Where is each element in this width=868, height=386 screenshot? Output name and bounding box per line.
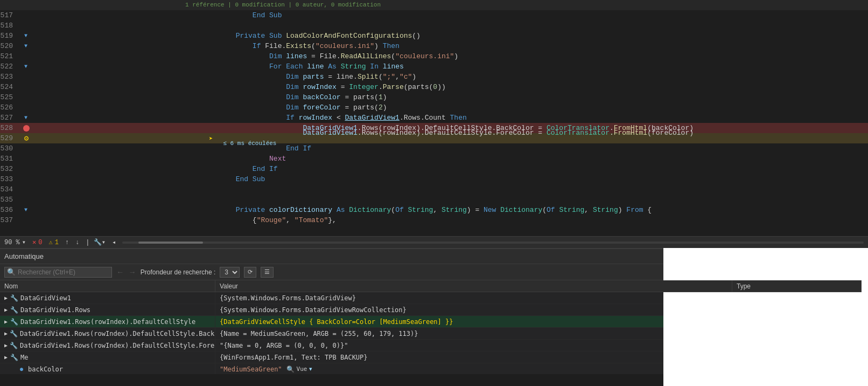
row-name: ▶ 🔧 DataGridView1.Rows(rowIndex).Default… <box>0 340 215 351</box>
down-arrow-btn[interactable]: ↓ <box>75 239 79 246</box>
row-name: ▶ 🔧 DataGridView1.Rows(rowIndex).Default… <box>0 328 215 340</box>
row-name: ● backColor <box>0 363 215 375</box>
table-header: Nom Valeur Type <box>0 280 862 292</box>
panel-title: Automatique <box>4 252 44 260</box>
row-value: {System.Windows.Forms.DataGridViewRowCol… <box>215 304 732 316</box>
wrench-icon: 🔧 <box>10 318 18 326</box>
search-icon: 🔍 <box>7 268 16 277</box>
expand-icon[interactable]: ▶ <box>4 307 8 313</box>
wrench-icon: 🔧 <box>10 294 18 302</box>
code-container: 1 référence | 0 modification | 0 auteur,… <box>0 0 868 236</box>
status-bar: 90 % ▾ ✕ 0 ⚠ 1 ↑ ↓ | 🔧▾ ◂ <box>0 236 868 248</box>
wrench-icon: 🔧 <box>10 329 18 338</box>
expand-icon[interactable]: ▶ <box>4 342 8 348</box>
nav-back-button[interactable]: ← <box>116 268 124 277</box>
filter-btn[interactable]: | 🔧▾ <box>86 238 106 246</box>
depth-select[interactable]: 3 <box>220 267 240 278</box>
row-name: ▶ 🔧 DataGridView1.Rows(rowIndex).Default… <box>0 316 215 328</box>
row-name: ▶ 🔧 DataGridView1 <box>0 292 215 304</box>
nav-btn[interactable]: ◂ <box>112 238 116 246</box>
editor-area: 1 référence | 0 modification | 0 auteur,… <box>0 0 868 248</box>
magnifier-button[interactable]: 🔍 <box>286 366 295 373</box>
table-row: 517 End Sub <box>0 10 868 20</box>
nav-forward-button[interactable]: → <box>128 268 136 277</box>
circle-icon: ● <box>17 365 26 374</box>
table-row: 537 {"Rouge", "Tomato"}, <box>0 215 868 225</box>
table-row: 534 <box>0 184 868 195</box>
vue-label: Vue <box>297 366 307 373</box>
wrench-icon: 🔧 <box>10 341 18 350</box>
scrollbar-track[interactable] <box>122 242 864 244</box>
col-header-type: Type <box>732 280 862 292</box>
col-header-name: Nom <box>0 280 215 292</box>
settings-button[interactable]: ☰ <box>261 267 274 278</box>
up-arrow-btn[interactable]: ↑ <box>65 239 69 246</box>
breakpoint-indicator[interactable] <box>23 125 30 132</box>
search-box[interactable]: 🔍 <box>4 267 112 278</box>
depth-label: Profondeur de recherche : <box>141 268 215 276</box>
table-row: 533 End Sub <box>0 174 868 184</box>
row-value: {Name = MediumSeaGreen, ARGB = (255, 60,… <box>215 328 732 340</box>
row-value: {WinFormsApp1.Form1, Text: TPB BACKUP} <box>215 351 732 363</box>
row-value: {DataGridViewCellStyle { BackColor=Color… <box>215 316 732 328</box>
row-value: "{Name = 0, ARGB = (0, 0, 0, 0)}" <box>215 340 732 351</box>
value-dropdown-button[interactable]: ▾ <box>309 366 312 373</box>
expand-icon[interactable]: ▶ <box>4 295 8 301</box>
row-name: ▶ 🔧 DataGridView1.Rows <box>0 304 215 316</box>
refresh-button[interactable]: ⟳ <box>244 267 256 278</box>
row-value: {System.Windows.Forms.DataGridView} <box>215 292 732 304</box>
wrench-icon: 🔧 <box>10 306 18 314</box>
wrench-icon: 🔧 <box>10 353 18 362</box>
expand-icon[interactable]: ▶ <box>4 330 8 336</box>
right-panel <box>663 248 868 386</box>
error-count[interactable]: ✕ 0 <box>32 238 42 246</box>
expand-icon[interactable]: ▶ <box>4 319 8 325</box>
row-name: ▶ 🔧 Me <box>0 351 215 363</box>
search-input[interactable] <box>18 268 99 276</box>
col-header-value: Valeur <box>215 280 732 292</box>
zoom-level[interactable]: 90 % ▾ <box>4 238 26 246</box>
row-value: "MediumSeaGreen" 🔍 Vue ▾ <box>215 363 732 375</box>
warning-count[interactable]: ⚠ 1 <box>48 238 58 246</box>
expand-icon[interactable]: ▶ <box>4 354 8 360</box>
scrollbar-thumb[interactable] <box>138 242 203 244</box>
